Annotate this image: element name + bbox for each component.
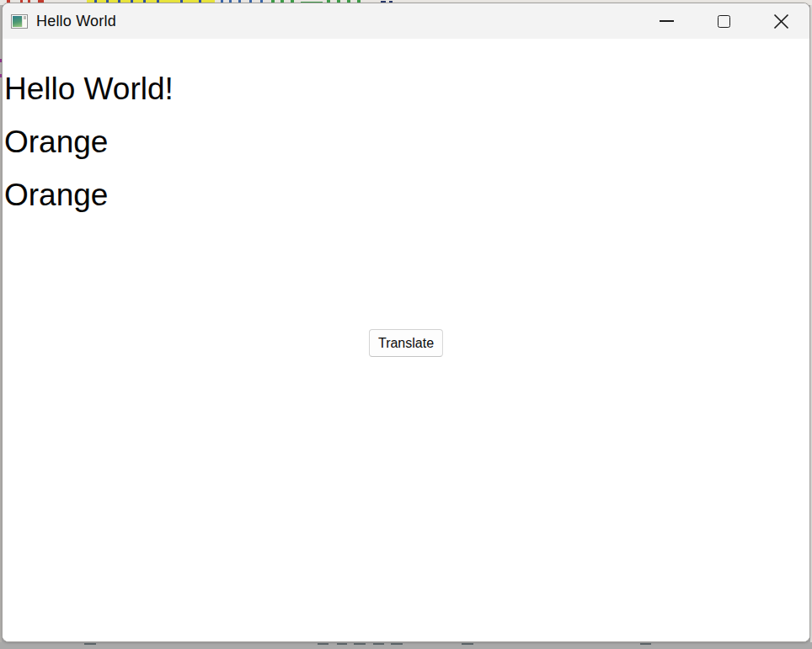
app-window: Hello World Hello World! Orange Orange T… (2, 3, 810, 642)
window-content: Hello World! Orange Orange Translate (3, 39, 809, 641)
orange-label-2: Orange (4, 177, 108, 214)
window-title: Hello World (36, 13, 116, 30)
minimize-button[interactable] (638, 3, 695, 39)
close-icon (773, 13, 789, 29)
maximize-icon (718, 15, 730, 28)
app-icon-gradient (13, 16, 22, 27)
minimize-icon (660, 20, 674, 22)
background-app-edge-bottom (0, 642, 812, 649)
maximize-button[interactable] (695, 3, 752, 39)
titlebar[interactable]: Hello World (3, 3, 809, 39)
app-icon (11, 14, 28, 29)
caption-buttons (638, 3, 809, 39)
translate-button[interactable]: Translate (369, 329, 443, 357)
app-icon-panel (22, 16, 26, 27)
orange-label-1: Orange (4, 124, 108, 161)
close-button[interactable] (752, 3, 809, 39)
hello-world-label: Hello World! (4, 71, 174, 108)
